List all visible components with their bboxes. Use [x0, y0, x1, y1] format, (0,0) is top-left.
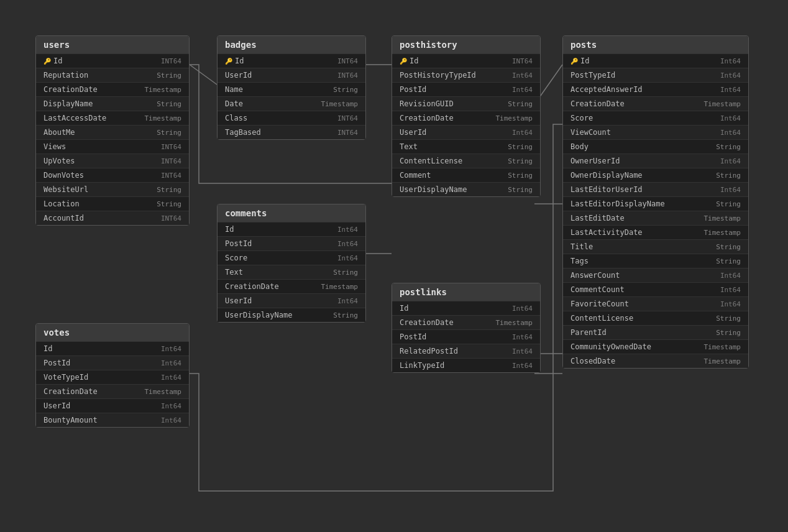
table-row: Id Int64: [36, 341, 189, 355]
table-row: TagBased INT64: [218, 125, 365, 139]
table-row: Views INT64: [36, 139, 189, 154]
table-row: LastEditorUserId Int64: [563, 182, 748, 196]
table-row: CommunityOwnedDate Timestamp: [563, 339, 748, 354]
table-row: RelatedPostId Int64: [392, 344, 540, 358]
table-row: UserId INT64: [218, 68, 365, 82]
pk-icon: 🔑: [44, 58, 51, 65]
table-row: Name String: [218, 82, 365, 96]
table-row: CreationDate Timestamp: [392, 111, 540, 125]
table-row: Class INT64: [218, 111, 365, 125]
table-row: CreationDate Timestamp: [36, 384, 189, 398]
table-row: AboutMe String: [36, 125, 189, 139]
table-row: Comment String: [392, 168, 540, 182]
pk-icon: 🔑: [570, 58, 578, 65]
table-row: OwnerDisplayName String: [563, 168, 748, 182]
votes-table: votes Id Int64 PostId Int64 VoteTypeId I…: [35, 323, 190, 428]
table-row: UserDisplayName String: [218, 308, 365, 322]
table-row: 🔑Id INT64: [218, 53, 365, 68]
table-row: PostId Int64: [392, 329, 540, 344]
table-row: PostTypeId Int64: [563, 68, 748, 82]
table-row: Body String: [563, 139, 748, 154]
votes-table-header: votes: [36, 324, 189, 341]
table-row: 🔑Id Int64: [563, 53, 748, 68]
table-row: PostId Int64: [218, 236, 365, 250]
postlinks-table-header: postlinks: [392, 283, 540, 301]
table-row: PostId Int64: [36, 355, 189, 370]
postlinks-table: postlinks Id Int64 CreationDate Timestam…: [392, 283, 541, 373]
table-row: UserId Int64: [218, 293, 365, 308]
table-row: DownVotes INT64: [36, 168, 189, 182]
table-row: UserId Int64: [392, 125, 540, 139]
table-row: AcceptedAnswerId Int64: [563, 82, 748, 96]
table-row: WebsiteUrl String: [36, 182, 189, 196]
pk-icon: 🔑: [225, 58, 232, 65]
table-row: DisplayName String: [36, 96, 189, 111]
comments-table: comments Id Int64 PostId Int64 Score Int…: [217, 204, 366, 323]
table-row: Id Int64: [218, 222, 365, 236]
table-row: BountyAmount Int64: [36, 413, 189, 427]
table-row: UpVotes INT64: [36, 154, 189, 168]
table-row: Date Timestamp: [218, 96, 365, 111]
table-row: CreationDate Timestamp: [563, 96, 748, 111]
table-row: UserDisplayName String: [392, 182, 540, 196]
table-row: CreationDate Timestamp: [218, 279, 365, 293]
table-row: UserId Int64: [36, 398, 189, 413]
posthistory-table-header: posthistory: [392, 36, 540, 53]
table-row: FavoriteCount Int64: [563, 296, 748, 311]
table-row: LastActivityDate Timestamp: [563, 225, 748, 239]
table-row: Id Int64: [392, 301, 540, 315]
table-row: AccountId INT64: [36, 211, 189, 225]
users-table-header: users: [36, 36, 189, 53]
table-row: ParentId String: [563, 325, 748, 339]
svg-line-0: [190, 65, 217, 85]
table-row: LastEditorDisplayName String: [563, 196, 748, 211]
table-row: 🔑Id INT64: [392, 53, 540, 68]
table-row: CreationDate Timestamp: [392, 315, 540, 329]
table-row: Score Int64: [563, 111, 748, 125]
badges-table-header: badges: [218, 36, 365, 53]
table-row: CreationDate Timestamp: [36, 82, 189, 96]
table-row: Reputation String: [36, 68, 189, 82]
posthistory-table: posthistory 🔑Id INT64 PostHistoryTypeId …: [392, 35, 541, 197]
users-table: users 🔑Id INT64 Reputation String Creati…: [35, 35, 190, 226]
table-row: VoteTypeId Int64: [36, 370, 189, 384]
table-row: 🔑Id INT64: [36, 53, 189, 68]
table-row: LastAccessDate Timestamp: [36, 111, 189, 125]
table-row: RevisionGUID String: [392, 96, 540, 111]
table-row: CommentCount Int64: [563, 282, 748, 296]
table-row: ClosedDate Timestamp: [563, 354, 748, 368]
badges-table: badges 🔑Id INT64 UserId INT64 Name Strin…: [217, 35, 366, 140]
table-row: AnswerCount Int64: [563, 268, 748, 282]
table-row: ContentLicense String: [563, 311, 748, 325]
table-row: PostId Int64: [392, 82, 540, 96]
table-row: Text String: [392, 139, 540, 154]
table-row: PostHistoryTypeId Int64: [392, 68, 540, 82]
table-row: Text String: [218, 265, 365, 279]
table-row: ContentLicense String: [392, 154, 540, 168]
table-row: OwnerUserId Int64: [563, 154, 748, 168]
table-row: LastEditDate Timestamp: [563, 211, 748, 225]
posts-table: posts 🔑Id Int64 PostTypeId Int64 Accepte…: [562, 35, 749, 369]
table-row: Score Int64: [218, 250, 365, 265]
comments-table-header: comments: [218, 204, 365, 222]
table-row: ViewCount Int64: [563, 125, 748, 139]
table-row: Location String: [36, 196, 189, 211]
table-row: LinkTypeId Int64: [392, 358, 540, 372]
posts-table-header: posts: [563, 36, 748, 53]
table-row: Tags String: [563, 254, 748, 268]
table-row: Title String: [563, 239, 748, 254]
pk-icon: 🔑: [400, 58, 407, 65]
